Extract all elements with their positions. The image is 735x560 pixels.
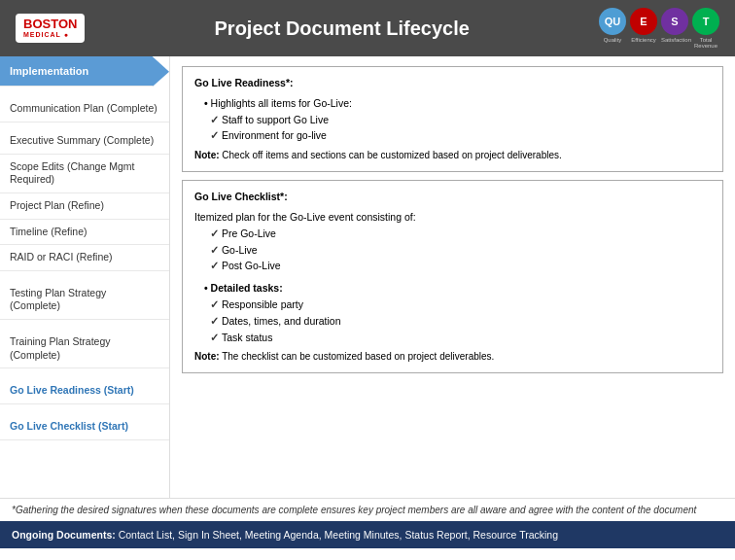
sidebar-item-golive-readiness: Go Live Readiness (Start) [0, 378, 169, 404]
golive-checklist-note: Note: The checklist can be customized ba… [194, 349, 711, 365]
header: BOSTONMEDICAL ● Project Document Lifecyc… [0, 0, 735, 56]
golive-checklist-nested-2: Dates, times, and duration [210, 313, 711, 330]
sidebar-item-testing-plan: Testing Plan Strategy (Complete) [0, 281, 169, 320]
golive-checklist-title: Go Live Checklist*: [194, 189, 711, 205]
golive-checklist-nested-checks: Responsible party Dates, times, and dura… [210, 297, 711, 345]
badge-labels: Quality Efficiency Satisfaction Total Re… [599, 37, 719, 49]
bottom-bar-label: Ongoing Documents: [12, 529, 116, 541]
golive-checklist-nested-1: Responsible party [210, 297, 711, 313]
golive-checklist-box: Go Live Checklist*: Itemized plan for th… [182, 180, 723, 373]
golive-checklist-check-2: Go-Live [210, 242, 711, 259]
golive-readiness-bullet-intro: Highlights all items for Go-Live: [204, 95, 711, 112]
badge-label-quality: Quality [599, 37, 626, 49]
badge-label-satisfaction: Satisfaction [661, 37, 688, 49]
golive-readiness-box: Go Live Readiness*: Highlights all items… [182, 66, 723, 172]
signature-note: *Gathering the desired signatures when t… [0, 498, 735, 521]
logo: BOSTONMEDICAL ● [23, 18, 77, 39]
sidebar: Implementation Communication Plan (Compl… [0, 56, 170, 498]
golive-readiness-checks: Staff to support Go Live Environment for… [210, 112, 711, 145]
golive-readiness-check-2: Environment for go-live [210, 127, 711, 144]
sidebar-item-golive-checklist: Go Live Checklist (Start) [0, 414, 169, 440]
golive-readiness-title: Go Live Readiness*: [194, 75, 711, 91]
golive-checklist-checks: Pre Go-Live Go-Live Post Go-Live [210, 226, 711, 274]
sidebar-item-comm-plan: Communication Plan (Complete) [0, 96, 169, 122]
main-content: Implementation Communication Plan (Compl… [0, 56, 735, 498]
badge-label-efficiency: Efficiency [630, 37, 657, 49]
badge-satisfaction: S [661, 8, 688, 35]
sidebar-item-implementation: Implementation [0, 56, 169, 87]
sidebar-item-exec-summary: Executive Summary (Complete) [0, 128, 169, 155]
badge-quality: QU [599, 8, 626, 35]
sidebar-item-scope-edits: Scope Edits (Change Mgmt Required) [0, 155, 169, 193]
sidebar-item-training-plan: Training Plan Strategy (Complete) [0, 330, 169, 368]
golive-checklist-check-3: Post Go-Live [210, 258, 711, 274]
golive-checklist-intro: Itemized plan for the Go-Live event cons… [194, 209, 711, 226]
badges: QU E S T [599, 8, 719, 35]
golive-checklist-nested-3: Task status [210, 330, 711, 346]
signature-note-text: *Gathering the desired signatures when t… [12, 505, 696, 515]
sidebar-item-raid: RAID or RACI (Refine) [0, 245, 169, 271]
logo-sub: MEDICAL ● [23, 31, 77, 39]
badge-efficiency: E [630, 8, 657, 35]
bottom-bar: Ongoing Documents: Contact List, Sign In… [0, 521, 735, 548]
golive-checklist-check-1: Pre Go-Live [210, 226, 711, 242]
logo-text: BOSTONMEDICAL ● [23, 17, 77, 39]
badge-label-revenue: Total Revenue [692, 37, 719, 49]
logo-box: BOSTONMEDICAL ● [16, 14, 85, 43]
sidebar-item-timeline: Timeline (Refine) [0, 220, 169, 246]
header-title: Project Document Lifecycle [85, 18, 599, 40]
golive-readiness-note: Note: Check off items and sections can b… [194, 148, 711, 163]
right-content: Go Live Readiness*: Highlights all items… [170, 56, 735, 498]
golive-readiness-check-1: Staff to support Go Live [210, 112, 711, 128]
golive-checklist-detail-title: Detailed tasks: [204, 280, 711, 297]
sidebar-item-project-plan: Project Plan (Refine) [0, 193, 169, 220]
bottom-bar-items: Contact List, Sign In Sheet, Meeting Age… [119, 529, 558, 541]
golive-checklist-detailed: Detailed tasks: [204, 280, 711, 297]
badges-wrapper: QU E S T Quality Efficiency Satisfaction… [599, 8, 719, 49]
badge-revenue: T [692, 8, 719, 35]
golive-readiness-bullets: Highlights all items for Go-Live: [204, 95, 711, 112]
logo-area: BOSTONMEDICAL ● [16, 14, 85, 43]
